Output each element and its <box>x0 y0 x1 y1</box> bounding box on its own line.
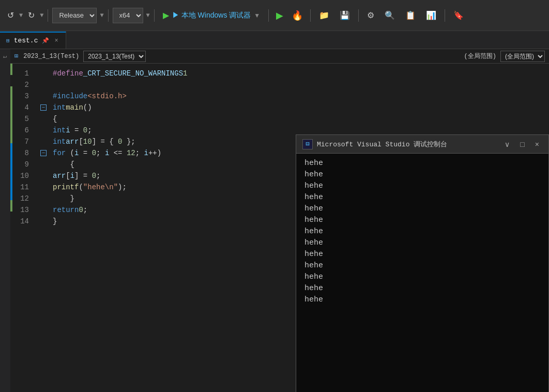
tab-test-c[interactable]: ⊞ test.c 📌 × <box>0 32 66 49</box>
console-window: ⊟ Microsoft Visual Studio 调试控制台 ∨ □ × he… <box>296 134 549 392</box>
tab-project-icon: ⊞ <box>6 37 10 44</box>
config-dropdown[interactable]: Release <box>52 8 97 23</box>
fold-icon[interactable]: − <box>40 102 47 113</box>
console-titlebar: ⊟ Microsoft Visual Studio 调试控制台 ∨ □ × <box>296 135 548 154</box>
folder-icon-button[interactable]: 📁 <box>315 8 333 22</box>
console-output-line: hehe <box>304 272 540 283</box>
separator-7 <box>445 9 445 22</box>
icon-btn-4[interactable]: 📊 <box>422 8 440 22</box>
fire-button[interactable]: 🔥 <box>288 8 306 23</box>
bookmark-button[interactable]: 🔖 <box>449 8 468 22</box>
console-output-line: hehe <box>304 192 540 203</box>
toolbar: ↺ ▼ ↻ ▼ Release ▼ x64 ▼ ▶ ▶ 本地 Windows 调… <box>0 0 549 31</box>
code-line <box>53 79 549 91</box>
breadcrumb-scope: (全局范围) <box>461 52 499 61</box>
console-output-line: hehe <box>304 169 540 180</box>
separator-6 <box>358 9 359 22</box>
console-icon: ⊟ <box>302 139 313 149</box>
breadcrumb-scope-dropdown[interactable]: (全局范围) <box>500 51 545 62</box>
console-output-line: hehe <box>304 203 540 215</box>
console-output-line: hehe <box>304 158 540 169</box>
console-output-line: hehe <box>304 226 540 237</box>
breadcrumb-icon: ⊞ <box>14 52 18 60</box>
breadcrumb-project-dropdown[interactable]: 2023_1_13(Test) <box>83 51 146 62</box>
code-line: #include <stdio.h> <box>53 91 549 102</box>
console-close-button[interactable]: × <box>532 139 542 149</box>
separator-2 <box>108 9 109 22</box>
gutter: −− <box>38 64 49 392</box>
fire-icon: 🔥 <box>292 10 303 21</box>
tab-close-button[interactable]: × <box>53 36 59 46</box>
run-debugger-button[interactable]: ▶ ▶ 本地 Windows 调试器 ▼ <box>159 8 264 22</box>
icon-btn-1[interactable]: ⚙ <box>363 8 378 22</box>
console-output-line: hehe <box>304 215 540 226</box>
arch-dropdown[interactable]: x64 <box>113 8 143 23</box>
fold-icon[interactable]: − <box>40 147 47 159</box>
code-line: int main() <box>53 102 549 113</box>
tab-pin-icon: 📌 <box>42 37 49 44</box>
console-output-line: hehe <box>304 249 540 260</box>
console-expand-button[interactable]: □ <box>517 139 527 149</box>
sidebar-edge: t <box>0 49 10 392</box>
redo-button[interactable]: ↻ <box>25 8 38 22</box>
separator-5 <box>310 9 311 22</box>
separator-1 <box>48 9 48 22</box>
console-output-line: hehe <box>304 260 540 272</box>
console-output-line: hehe <box>304 283 540 294</box>
console-output-line: hehe <box>304 180 540 192</box>
line-numbers: 1234567891011121314 <box>12 64 38 392</box>
run-label: ▶ 本地 Windows 调试器 <box>172 11 251 20</box>
icon-btn-2[interactable]: 🔍 <box>380 8 399 22</box>
separator-3 <box>154 9 155 22</box>
save-icon-button[interactable]: 💾 <box>335 8 354 22</box>
code-line: #define _CRT_SECURE_NO_WARNINGS 1 <box>53 68 549 79</box>
console-body[interactable]: hehehehehehehehehehehehehehehehehehehehe… <box>296 154 548 392</box>
code-line: { <box>53 113 549 125</box>
icon-btn-3[interactable]: 📋 <box>401 8 420 22</box>
console-output-line: hehe <box>304 294 540 306</box>
main-area: t ⊞ 2023_1_13(Test) 2023_1_13(Test) (全局范… <box>0 49 549 392</box>
breadcrumb-project[interactable]: 2023_1_13(Test) <box>20 53 82 60</box>
console-title-text: Microsoft Visual Studio 调试控制台 <box>317 140 497 149</box>
sidebar-label: t <box>3 55 8 58</box>
tab-label: test.c <box>14 37 38 44</box>
undo-button[interactable]: ↺ <box>4 8 17 22</box>
separator-4 <box>268 9 269 22</box>
console-more-button[interactable]: ∨ <box>501 139 513 149</box>
run-alt-button[interactable]: ▶ <box>273 8 286 23</box>
console-output-line: hehe <box>304 237 540 249</box>
tab-bar: ⊞ test.c 📌 × <box>0 31 549 49</box>
breadcrumb-bar: ⊞ 2023_1_13(Test) 2023_1_13(Test) (全局范围)… <box>10 49 549 64</box>
